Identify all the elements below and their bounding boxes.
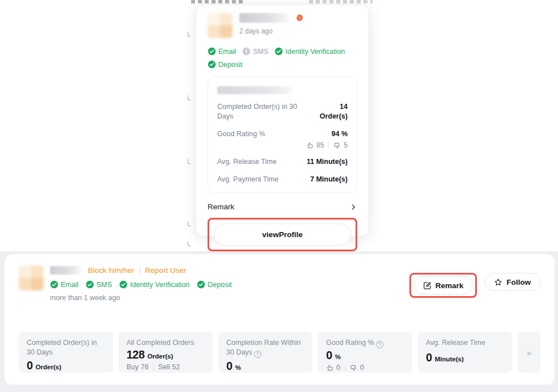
card-label: Avg. Release Time [426, 338, 504, 348]
question-circle-icon[interactable] [376, 341, 383, 348]
card-label: Completion Rate Within 30 Days [226, 338, 305, 358]
remark-button-label: Remark [436, 281, 464, 290]
background-text-fragment [188, 159, 191, 164]
badge-deposit: Deposit [208, 60, 242, 69]
buy-sell-split: Buy 76 Sell 52 [126, 363, 205, 371]
background-text-fragment [191, 0, 243, 3]
trader-stats-card: Completed Order(s) in 30 Days 14 Order(s… [208, 77, 357, 193]
annotation-highlight-box: viewProfile [208, 218, 357, 251]
check-circle-icon [208, 47, 216, 56]
avatar [208, 13, 232, 38]
edit-icon [423, 281, 432, 290]
sell-count: Sell 52 [158, 363, 180, 371]
question-circle-icon[interactable] [254, 351, 261, 358]
card-value: 0 [326, 349, 332, 362]
profile-actions: Remark Follow [409, 273, 540, 302]
check-circle-icon [208, 60, 216, 69]
stat-value: 14 Order(s) [311, 102, 348, 121]
card-value: 0 [426, 351, 432, 364]
view-profile-button[interactable]: viewProfile [214, 224, 351, 246]
background-text-fragment [188, 221, 191, 226]
badge-email: Email [50, 280, 78, 289]
more-stats-button[interactable] [518, 332, 540, 373]
badge-label: Deposit [218, 61, 242, 69]
trader-name-redacted [239, 13, 291, 23]
remark-button[interactable]: Remark [413, 276, 474, 294]
check-circle-icon [197, 280, 205, 289]
badge-label: SMS [253, 48, 268, 56]
badge-identity: Identity Verification [119, 280, 189, 289]
stat-row-release-time: Avg. Release Time 11 Minute(s) [217, 157, 348, 167]
verification-badges: Email SMS Identity Verification Deposit [208, 47, 360, 69]
verification-badges: Email SMS Identity Verification Dep [50, 280, 409, 289]
follow-button[interactable]: Follow [484, 273, 540, 291]
stat-value: 11 Minute(s) [307, 157, 348, 167]
remark-row[interactable]: Remark [208, 203, 357, 211]
annotation-highlight-box: Remark [409, 273, 477, 298]
popup-header: 2 days ago [208, 13, 357, 38]
badge-label: Email [61, 281, 78, 289]
card-avg-release-time: Avg. Release Time 0 Minute(s) [418, 332, 512, 373]
card-value: 128 [126, 348, 145, 361]
background-text-fragment [188, 241, 191, 246]
stat-label: Good Rating % [217, 129, 265, 149]
thumbs-up-icon [326, 364, 333, 372]
check-circle-icon [119, 280, 128, 289]
badge-label: Identity Verification [285, 48, 345, 56]
thumbs-down-count: 0 [360, 364, 364, 372]
card-completion-rate: Completion Rate Within 30 Days 0 % [218, 332, 312, 373]
stat-label: Avg. Payment Time [217, 175, 278, 184]
user-name-redacted [50, 266, 83, 275]
avatar [19, 265, 44, 290]
chevron-right-icon [349, 203, 357, 211]
card-label: Good Rating % [326, 338, 404, 348]
badge-sms: SMS [86, 280, 112, 289]
summary-cards-row: Completed Order(s) in 30 Days 0 Order(s)… [19, 332, 540, 373]
badge-sms: SMS [242, 47, 268, 56]
divider [328, 142, 329, 149]
card-unit: % [335, 353, 341, 360]
profile-panel: Block him/her Report User Email SMS [5, 254, 555, 385]
thumbs-down-count: 5 [344, 141, 348, 149]
block-user-link[interactable]: Block him/her [88, 266, 134, 275]
badge-label: SMS [96, 281, 112, 289]
medal-icon [296, 14, 303, 22]
check-circle-icon [86, 280, 94, 289]
redacted-payment-info [217, 86, 294, 94]
card-label: All Completed Orders [126, 338, 205, 348]
thumbs-down-icon [350, 364, 357, 372]
background-text-fragment [188, 95, 191, 100]
divider [153, 364, 154, 370]
card-unit: % [235, 364, 241, 371]
badge-email: Email [208, 47, 236, 56]
last-seen: more than 1 week ago [50, 294, 409, 302]
trader-popup: 2 days ago Email SMS Identity Verificati… [196, 5, 369, 237]
card-label-text: Completion Rate Within 30 Days [226, 339, 301, 356]
check-circle-icon [274, 47, 283, 56]
card-unit: Order(s) [147, 353, 173, 360]
exclamation-circle-icon [242, 47, 251, 56]
profile-header-row: Block him/her Report User Email SMS [5, 254, 555, 302]
star-icon [494, 278, 502, 286]
thumbs-down-icon [333, 142, 341, 149]
check-circle-icon [50, 280, 58, 289]
divider [345, 365, 345, 371]
badge-label: Identity Verification [130, 281, 189, 289]
last-seen: 2 days ago [239, 27, 303, 35]
follow-button-label: Follow [506, 278, 531, 286]
card-all-completed-orders: All Completed Orders 128 Order(s) Buy 76… [119, 332, 213, 373]
stat-value: 94 % [306, 129, 348, 139]
page: 2 days ago Email SMS Identity Verificati… [0, 0, 558, 392]
thumbs-up-icon [306, 142, 314, 149]
card-unit: Order(s) [36, 364, 61, 370]
buy-count: Buy 76 [126, 363, 149, 371]
thumbs-summary: 0 0 [326, 364, 404, 372]
card-unit: Minute(s) [435, 356, 464, 363]
thumbs-summary: 85 5 [306, 141, 348, 149]
profile-section: Block him/her Report User Email SMS [0, 251, 558, 392]
card-value: 0 [27, 359, 33, 372]
badge-label: Email [218, 48, 236, 56]
stat-row-payment-time: Avg. Payment Time 7 Minute(s) [217, 175, 348, 184]
card-label: Completed Order(s) in 30 Days [27, 338, 105, 357]
report-user-link[interactable]: Report User [145, 266, 187, 275]
